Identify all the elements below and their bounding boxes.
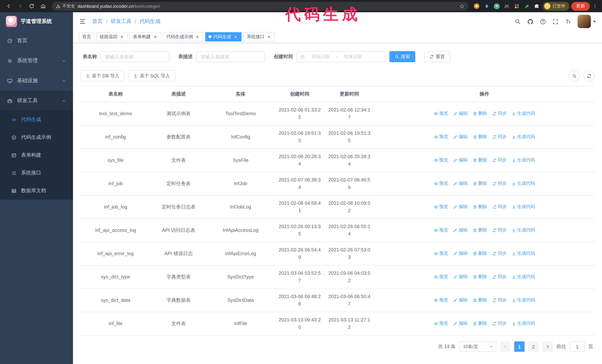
browser-forward-button[interactable]	[15, 1, 25, 11]
sync-link[interactable]: 同步	[492, 180, 507, 187]
delete-link[interactable]: 删除	[473, 180, 487, 187]
github-icon[interactable]	[527, 18, 533, 25]
preview-link[interactable]: 预览	[434, 157, 448, 164]
sync-link[interactable]: 同步	[492, 111, 507, 117]
import-sql-button[interactable]: 基于 SQL 导入	[128, 70, 175, 82]
generate-code-link[interactable]: 生成代码	[512, 227, 535, 233]
table-row[interactable]: sys_dict_type 字典类型表 SysDictType 2021-03-…	[80, 265, 595, 289]
url-bar[interactable]: 不安全 dashboard.yudao.iocoder.cn/tool/code…	[52, 2, 468, 10]
generate-code-link[interactable]: 生成代码	[512, 250, 535, 257]
toggle-search-button[interactable]	[569, 70, 580, 82]
sidebar-item-system-management[interactable]: 系统管理	[0, 51, 73, 71]
sync-link[interactable]: 同步	[492, 274, 507, 280]
sidebar-item-dev-tools[interactable]: 研发工具	[0, 91, 73, 111]
extension-icon-vue[interactable]	[493, 2, 501, 10]
delete-link[interactable]: 删除	[473, 227, 487, 233]
table-row[interactable]: inf_file 文件表 InfFile 2021-03-13 09:43:20…	[80, 312, 595, 335]
edit-link[interactable]: 编辑	[453, 274, 468, 280]
edit-link[interactable]: 编辑	[453, 180, 468, 187]
tag-item[interactable]: 系统接口×	[243, 32, 275, 41]
tag-item[interactable]: 表单构建×	[130, 32, 161, 41]
edit-link[interactable]: 编辑	[453, 227, 468, 233]
sync-link[interactable]: 同步	[492, 297, 507, 303]
table-row[interactable]: inf_config 参数配置表 InfConfig 2021-02-06 19…	[80, 125, 595, 149]
sidebar-item-form-builder[interactable]: 表单构建	[0, 146, 73, 164]
preview-link[interactable]: 预览	[434, 227, 448, 233]
end-date-input[interactable]	[339, 54, 367, 59]
sidebar-item-system-api[interactable]: 系统接口	[0, 164, 73, 182]
sync-link[interactable]: 同步	[492, 321, 507, 327]
start-date-input[interactable]	[306, 54, 334, 59]
tag-close-icon[interactable]: ×	[119, 34, 124, 39]
sidebar-item-home[interactable]: 首页	[0, 31, 73, 51]
table-name-input[interactable]	[101, 51, 169, 62]
goto-page-input[interactable]	[570, 341, 585, 352]
security-warning[interactable]: 不安全	[56, 3, 75, 9]
preview-link[interactable]: 预览	[434, 297, 448, 303]
extension-icon-leaf[interactable]	[523, 2, 531, 10]
user-menu[interactable]	[578, 15, 596, 28]
generate-code-link[interactable]: 生成代码	[512, 180, 535, 187]
delete-link[interactable]: 删除	[473, 321, 487, 327]
search-icon[interactable]	[515, 18, 521, 25]
browser-home-button[interactable]	[38, 1, 48, 11]
page-button-1[interactable]: 1	[514, 341, 525, 352]
generate-code-link[interactable]: 生成代码	[512, 297, 535, 303]
extension-icon-grid[interactable]	[513, 2, 521, 10]
tag-close-icon[interactable]: ×	[153, 34, 158, 39]
generate-code-link[interactable]: 生成代码	[512, 274, 535, 280]
reset-button[interactable]: 重置	[424, 51, 450, 62]
tag-close-icon[interactable]: ×	[266, 34, 271, 39]
preview-link[interactable]: 预览	[434, 180, 448, 187]
prev-page-button[interactable]	[500, 341, 510, 352]
delete-link[interactable]: 删除	[473, 297, 487, 303]
delete-link[interactable]: 删除	[473, 134, 487, 140]
delete-link[interactable]: 删除	[473, 157, 487, 164]
extension-icon-drop[interactable]	[483, 2, 491, 10]
sidebar-item-infrastructure[interactable]: 基础设施	[0, 71, 73, 91]
breadcrumb-home[interactable]: 首页	[92, 18, 103, 25]
fullscreen-icon[interactable]	[552, 18, 559, 25]
edit-link[interactable]: 编辑	[453, 250, 468, 257]
app-logo[interactable]: 芋道管理系统	[0, 12, 73, 31]
generate-code-link[interactable]: 生成代码	[512, 134, 535, 140]
preview-link[interactable]: 预览	[434, 321, 448, 327]
refresh-table-button[interactable]	[583, 70, 595, 82]
edit-link[interactable]: 编辑	[453, 297, 468, 303]
preview-link[interactable]: 预览	[434, 250, 448, 257]
sync-link[interactable]: 同步	[492, 204, 507, 210]
delete-link[interactable]: 删除	[473, 250, 487, 257]
page-size-select[interactable]: 10条/页	[459, 341, 496, 352]
edit-link[interactable]: 编辑	[453, 134, 468, 140]
tag-item[interactable]: 首页	[79, 32, 95, 41]
font-size-icon[interactable]	[565, 18, 571, 25]
sync-link[interactable]: 同步	[492, 157, 507, 164]
preview-link[interactable]: 预览	[434, 274, 448, 280]
search-button[interactable]: 搜索	[389, 51, 415, 62]
extensions-puzzle-icon[interactable]	[533, 2, 541, 10]
table-desc-input[interactable]	[196, 51, 265, 62]
browser-reload-button[interactable]	[27, 1, 36, 11]
edit-link[interactable]: 编辑	[453, 321, 468, 327]
table-row[interactable]: inf_api_access_log API 访问日志表 InfApiAcces…	[80, 219, 595, 242]
edit-link[interactable]: 编辑	[453, 204, 468, 210]
table-row[interactable]: sys_file 文件表 SysFile 2021-02-06 20:28:34…	[80, 149, 595, 172]
browser-menu-icon[interactable]	[592, 3, 598, 9]
browser-back-button[interactable]	[4, 1, 13, 11]
sidebar-item-codegen-example[interactable]: 代码生成示例	[0, 128, 73, 146]
delete-link[interactable]: 删除	[473, 204, 487, 210]
table-row[interactable]: tool_test_demo 测试示例表 ToolTestDemo 2021-0…	[80, 102, 595, 125]
next-page-button[interactable]	[542, 341, 553, 352]
edit-link[interactable]: 编辑	[453, 111, 468, 117]
tag-item-active[interactable]: 代码生成×	[205, 32, 242, 41]
hamburger-icon[interactable]	[79, 18, 86, 25]
table-row[interactable]: sys_dict_data 字典数据表 SysDictData 2021-03-…	[80, 289, 595, 312]
generate-code-link[interactable]: 生成代码	[512, 321, 535, 327]
generate-code-link[interactable]: 生成代码	[512, 157, 535, 164]
sidebar-item-db-doc[interactable]: 数据库文档	[0, 182, 73, 200]
table-row[interactable]: inf_job 定时任务表 InfJob 2021-02-07 06:39:34…	[80, 172, 595, 195]
avatar[interactable]	[578, 15, 591, 28]
page-button-2[interactable]: 2	[528, 341, 539, 352]
profile-paused-badge[interactable]: 已暂停	[543, 2, 570, 10]
generate-code-link[interactable]: 生成代码	[512, 111, 535, 117]
